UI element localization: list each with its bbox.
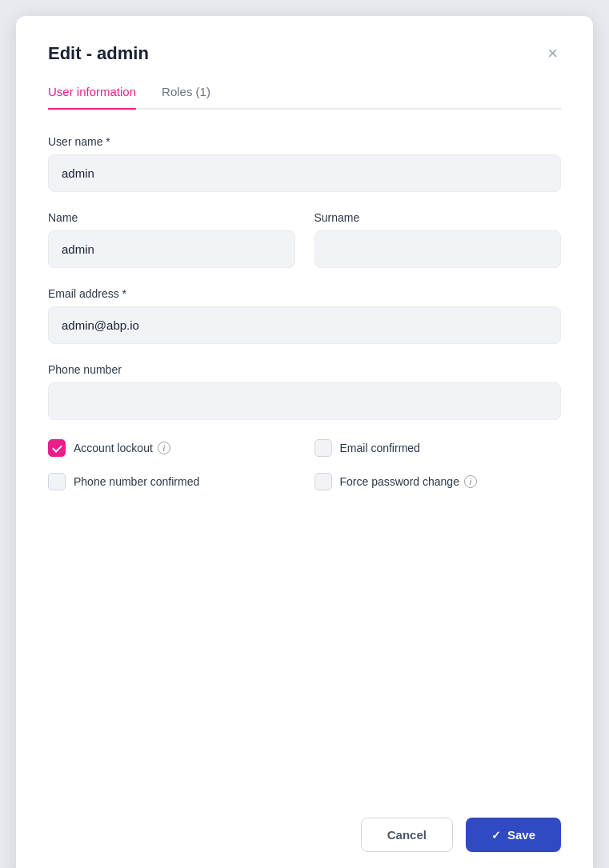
account-lockout-checkbox-wrapper[interactable] bbox=[48, 439, 66, 457]
phone-label: Phone number bbox=[48, 363, 561, 376]
email-confirmed-item: Email confirmed bbox=[315, 439, 562, 457]
save-button[interactable]: ✓ Save bbox=[466, 818, 561, 852]
modal-header: Edit - admin × bbox=[48, 42, 561, 66]
force-password-change-item: Force password change i bbox=[315, 473, 562, 490]
email-confirmed-checkbox-wrapper[interactable] bbox=[315, 439, 332, 457]
tab-roles[interactable]: Roles (1) bbox=[162, 85, 210, 110]
account-lockout-item: Account lockout i bbox=[48, 439, 295, 457]
username-label: User name * bbox=[48, 135, 561, 148]
modal-title: Edit - admin bbox=[48, 43, 149, 64]
name-input[interactable] bbox=[48, 230, 295, 268]
cancel-button[interactable]: Cancel bbox=[361, 818, 453, 852]
force-password-change-checkbox-wrapper[interactable] bbox=[315, 473, 332, 490]
edit-modal: Edit - admin × User information Roles (1… bbox=[16, 16, 593, 868]
phone-confirmed-label: Phone number confirmed bbox=[74, 475, 199, 488]
tabs-container: User information Roles (1) bbox=[48, 85, 561, 110]
name-surname-row: Name Surname bbox=[48, 211, 561, 268]
account-lockout-label: Account lockout i bbox=[74, 442, 170, 454]
surname-label: Surname bbox=[315, 211, 562, 224]
phone-input[interactable] bbox=[48, 382, 561, 420]
save-check-icon: ✓ bbox=[491, 829, 501, 842]
close-button[interactable]: × bbox=[544, 42, 561, 66]
close-icon: × bbox=[547, 45, 558, 62]
phone-group: Phone number bbox=[48, 363, 561, 420]
surname-input[interactable] bbox=[315, 230, 562, 268]
account-lockout-info-icon[interactable]: i bbox=[158, 442, 170, 454]
phone-confirmed-checkbox-wrapper[interactable] bbox=[48, 473, 66, 490]
username-group: User name * bbox=[48, 135, 561, 192]
phone-confirmed-item: Phone number confirmed bbox=[48, 473, 295, 490]
force-password-change-label: Force password change i bbox=[340, 475, 477, 488]
tab-user-information[interactable]: User information bbox=[48, 85, 136, 110]
email-group: Email address * bbox=[48, 287, 561, 344]
name-label: Name bbox=[48, 211, 295, 224]
force-password-change-info-icon[interactable]: i bbox=[464, 475, 477, 488]
email-confirmed-label: Email confirmed bbox=[340, 442, 420, 454]
checkboxes-section: Account lockout i Email confirmed bbox=[48, 439, 561, 490]
form-body: User name * Name Surname Email address *… bbox=[48, 135, 561, 798]
email-label: Email address * bbox=[48, 287, 561, 300]
modal-footer: Cancel ✓ Save bbox=[48, 798, 561, 852]
email-input[interactable] bbox=[48, 306, 561, 344]
surname-group: Surname bbox=[315, 211, 562, 268]
name-group: Name bbox=[48, 211, 295, 268]
save-label: Save bbox=[507, 828, 535, 842]
username-input[interactable] bbox=[48, 154, 561, 192]
